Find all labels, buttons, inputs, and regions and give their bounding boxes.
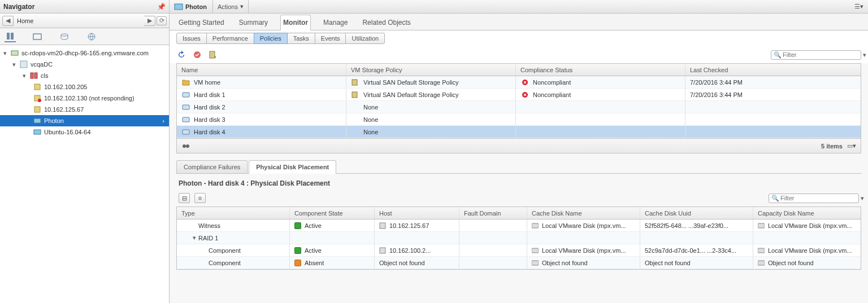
svg-rect-30: [758, 223, 765, 228]
col-compliance[interactable]: Compliance Status: [516, 64, 685, 76]
tree-vm-photon[interactable]: Photon›: [0, 115, 169, 126]
tab-related[interactable]: Related Objects: [360, 15, 413, 30]
detail-filter-input[interactable]: [780, 195, 858, 201]
tree-label: cls: [41, 72, 48, 79]
svg-rect-24: [183, 117, 189, 122]
tab-compliance-failures[interactable]: Compliance Failures: [176, 160, 248, 173]
grid-row[interactable]: Hard disk 4None: [177, 126, 861, 138]
filter-dropdown-icon[interactable]: ▾: [861, 51, 866, 59]
grid-row[interactable]: VM homeVirtual SAN Default Storage Polic…: [177, 76, 861, 89]
tree-vcenter[interactable]: ▾sc-rdops-vm20-dhcp-96-165.eng.vmware.co…: [0, 47, 169, 59]
svg-point-3: [61, 34, 68, 36]
tree-host[interactable]: 10.162.100.205: [0, 81, 169, 93]
col-last-checked[interactable]: Last Checked: [685, 64, 861, 76]
col-host[interactable]: Host: [375, 207, 459, 219]
tree-vm[interactable]: Ubuntu-16.04-64: [0, 126, 169, 138]
col-state[interactable]: Component State: [290, 207, 375, 219]
main-tabs: Getting Started Summary Monitor Manage R…: [170, 14, 868, 30]
col-capacity[interactable]: Capacity Disk Name: [753, 207, 861, 219]
subtab-performance[interactable]: Performance: [206, 33, 254, 44]
host-icon: [33, 82, 42, 91]
refresh-icon[interactable]: [176, 50, 186, 60]
tab-getting-started[interactable]: Getting Started: [176, 15, 227, 30]
col-cache[interactable]: Cache Disk Name: [527, 207, 640, 219]
hosts-clusters-tab-icon[interactable]: [5, 31, 16, 42]
datacenter-icon: [19, 60, 28, 69]
host-icon: [379, 247, 387, 254]
col-uuid[interactable]: Cache Disk Uuid: [640, 207, 753, 219]
items-count: 5 items: [821, 143, 843, 150]
find-icon[interactable]: [181, 142, 192, 150]
col-type[interactable]: Type: [177, 207, 290, 219]
chevron-right-icon: ›: [162, 117, 164, 124]
vm-icon: [174, 3, 183, 11]
col-policy[interactable]: VM Storage Policy: [346, 64, 516, 76]
col-name[interactable]: Name: [177, 64, 346, 76]
vm-icon: [33, 116, 42, 125]
nav-forward-button[interactable]: ▶: [144, 16, 155, 26]
svg-rect-2: [33, 34, 41, 39]
settings-icon[interactable]: ☰▾: [854, 3, 863, 10]
subtab-tasks[interactable]: Tasks: [287, 33, 315, 44]
tab-monitor[interactable]: Monitor: [280, 15, 311, 30]
state-green-icon: [294, 247, 301, 254]
col-fault[interactable]: Fault Domain: [459, 207, 527, 219]
vm-title: Photon: [174, 3, 207, 11]
svg-rect-33: [758, 248, 765, 253]
placement-row[interactable]: ▾RAID 1: [177, 232, 861, 244]
host-icon: [33, 105, 42, 114]
reapply-policy-icon[interactable]: [208, 50, 218, 60]
nav-back-button[interactable]: ◀: [2, 16, 14, 26]
expand-all-icon[interactable]: ⊟: [179, 193, 190, 203]
svg-rect-34: [532, 261, 539, 265]
placement-row[interactable]: WitnessActive10.162.125.67Local VMware D…: [177, 219, 861, 232]
check-compliance-icon[interactable]: [192, 50, 202, 60]
monitor-sub-tabs: Issues Performance Policies Tasks Events…: [170, 30, 868, 46]
nav-history-button[interactable]: ⟳: [157, 16, 167, 25]
svg-rect-18: [352, 80, 357, 85]
tree-host[interactable]: 10.162.125.67: [0, 104, 169, 115]
placement-row[interactable]: ComponentActive10.162.100.2...Local VMwa…: [177, 244, 861, 257]
grid-row[interactable]: Hard disk 2None: [177, 101, 861, 113]
disk-icon: [181, 116, 190, 124]
tab-manage[interactable]: Manage: [321, 15, 350, 30]
placement-row[interactable]: ComponentAbsentObject not foundObject no…: [177, 257, 861, 269]
inventory-tabs: [0, 28, 169, 45]
subtab-events[interactable]: Events: [315, 33, 346, 44]
grid-row[interactable]: Hard disk 1Virtual SAN Default Storage P…: [177, 89, 861, 101]
svg-rect-9: [34, 84, 40, 90]
tree-label: 10.162.100.205: [44, 84, 87, 90]
detail-filter-box[interactable]: 🔍 ▾: [769, 194, 859, 203]
grid-row[interactable]: Hard disk 3None: [177, 113, 861, 126]
filter-box[interactable]: 🔍 ▾: [771, 50, 861, 60]
tree-label: sc-rdops-vm20-dhcp-96-165.eng.vmware.com: [21, 50, 149, 56]
state-green-icon: [294, 222, 301, 229]
nav-home-label[interactable]: Home: [17, 17, 144, 24]
filter-input[interactable]: [783, 51, 861, 58]
filter-dropdown-icon[interactable]: ▾: [858, 195, 864, 202]
storage-tab-icon[interactable]: [59, 31, 70, 42]
disk-icon: [532, 260, 540, 266]
svg-point-27: [186, 144, 189, 148]
vms-tab-icon[interactable]: [32, 31, 43, 42]
subtab-utilization[interactable]: Utilization: [345, 33, 385, 44]
collapse-all-icon[interactable]: ≡: [194, 193, 206, 203]
policies-toolbar: 🔍 ▾: [170, 46, 868, 63]
subtab-policies[interactable]: Policies: [254, 33, 288, 44]
detail-tabs: Compliance Failures Physical Disk Placem…: [176, 158, 861, 174]
export-icon[interactable]: ▭▾: [847, 142, 856, 150]
tab-summary[interactable]: Summary: [237, 15, 270, 30]
tab-physical-disk-placement[interactable]: Physical Disk Placement: [249, 160, 336, 173]
tree-cluster[interactable]: ▾cls: [0, 70, 169, 81]
state-orange-icon: [294, 260, 301, 266]
expand-icon[interactable]: ▾: [193, 234, 198, 241]
subtab-issues[interactable]: Issues: [176, 33, 207, 44]
pin-icon[interactable]: 📌: [157, 3, 166, 11]
network-tab-icon[interactable]: [86, 31, 97, 42]
tree-host[interactable]: 10.162.102.130 (not responding): [0, 93, 169, 104]
sidebar-title: Navigator: [3, 3, 34, 11]
svg-point-26: [183, 144, 186, 148]
grid-header: Name VM Storage Policy Compliance Status…: [177, 64, 861, 76]
tree-datacenter[interactable]: ▾vcqaDC: [0, 59, 169, 70]
actions-menu[interactable]: Actions▾: [212, 0, 249, 13]
